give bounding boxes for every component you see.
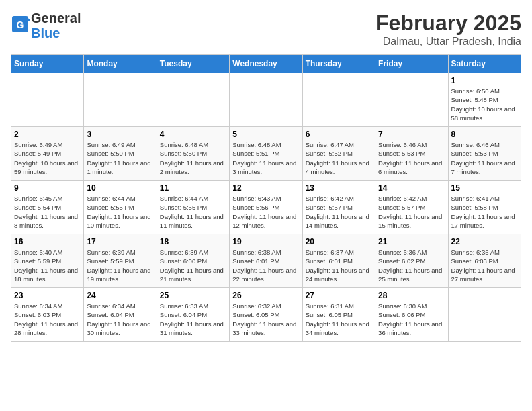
day-number: 4	[160, 130, 226, 139]
logo-blue: Blue	[31, 26, 60, 40]
day-number: 14	[378, 183, 445, 193]
day-number: 23	[14, 291, 81, 300]
day-info: Sunrise: 6:48 AM Sunset: 5:50 PM Dayligh…	[160, 140, 226, 176]
calendar-week-row: 23Sunrise: 6:34 AM Sunset: 6:03 PM Dayli…	[11, 288, 521, 342]
day-number: 7	[378, 130, 445, 139]
day-number: 3	[87, 130, 153, 139]
day-info: Sunrise: 6:42 AM Sunset: 5:57 PM Dayligh…	[378, 194, 445, 230]
calendar-cell: 2Sunrise: 6:49 AM Sunset: 5:49 PM Daylig…	[11, 127, 84, 181]
day-info: Sunrise: 6:39 AM Sunset: 5:59 PM Dayligh…	[87, 248, 153, 283]
calendar-cell: 4Sunrise: 6:48 AM Sunset: 5:50 PM Daylig…	[157, 127, 229, 181]
calendar-cell: 15Sunrise: 6:41 AM Sunset: 5:58 PM Dayli…	[448, 181, 521, 234]
calendar-cell: 7Sunrise: 6:46 AM Sunset: 5:53 PM Daylig…	[375, 127, 448, 181]
day-number: 26	[232, 291, 299, 300]
day-number: 17	[87, 237, 153, 246]
day-info: Sunrise: 6:35 AM Sunset: 6:03 PM Dayligh…	[451, 248, 518, 283]
calendar-cell: 16Sunrise: 6:40 AM Sunset: 5:59 PM Dayli…	[11, 234, 84, 288]
weekday-header: Sunday	[11, 55, 84, 73]
day-number: 16	[14, 237, 81, 246]
day-number: 20	[306, 237, 372, 246]
day-info: Sunrise: 6:46 AM Sunset: 5:53 PM Dayligh…	[451, 140, 518, 176]
day-info: Sunrise: 6:44 AM Sunset: 5:55 PM Dayligh…	[160, 194, 226, 230]
calendar-cell: 12Sunrise: 6:43 AM Sunset: 5:56 PM Dayli…	[230, 181, 302, 234]
logo-general: General	[31, 11, 81, 26]
calendar-cell: 20Sunrise: 6:37 AM Sunset: 6:01 PM Dayli…	[302, 234, 375, 288]
calendar-week-row: 1Sunrise: 6:50 AM Sunset: 5:48 PM Daylig…	[11, 73, 521, 127]
calendar-cell	[157, 73, 229, 127]
day-number: 27	[306, 291, 372, 300]
day-number: 25	[160, 291, 226, 300]
day-info: Sunrise: 6:39 AM Sunset: 6:00 PM Dayligh…	[160, 248, 226, 283]
day-info: Sunrise: 6:43 AM Sunset: 5:56 PM Dayligh…	[232, 194, 299, 230]
header: G General Blue February 2025 Dalmau, Utt…	[11, 11, 521, 48]
calendar-cell	[448, 288, 521, 342]
calendar-cell: 23Sunrise: 6:34 AM Sunset: 6:03 PM Dayli…	[11, 288, 84, 342]
day-info: Sunrise: 6:46 AM Sunset: 5:53 PM Dayligh…	[378, 140, 445, 176]
day-info: Sunrise: 6:38 AM Sunset: 6:01 PM Dayligh…	[232, 248, 299, 283]
month-title: February 2025	[375, 11, 521, 36]
location-title: Dalmau, Uttar Pradesh, India	[375, 36, 521, 48]
calendar-table: SundayMondayTuesdayWednesdayThursdayFrid…	[11, 54, 521, 342]
day-info: Sunrise: 6:40 AM Sunset: 5:59 PM Dayligh…	[14, 248, 81, 283]
day-info: Sunrise: 6:32 AM Sunset: 6:05 PM Dayligh…	[232, 302, 299, 337]
day-number: 24	[87, 291, 153, 300]
calendar-cell: 24Sunrise: 6:34 AM Sunset: 6:04 PM Dayli…	[84, 288, 157, 342]
day-number: 10	[87, 183, 153, 193]
day-info: Sunrise: 6:42 AM Sunset: 5:57 PM Dayligh…	[306, 194, 372, 230]
weekday-header: Friday	[375, 55, 448, 73]
day-info: Sunrise: 6:34 AM Sunset: 6:03 PM Dayligh…	[14, 302, 81, 337]
day-info: Sunrise: 6:41 AM Sunset: 5:58 PM Dayligh…	[451, 194, 518, 230]
day-number: 19	[232, 237, 299, 246]
day-info: Sunrise: 6:50 AM Sunset: 5:48 PM Dayligh…	[451, 87, 518, 122]
day-info: Sunrise: 6:30 AM Sunset: 6:06 PM Dayligh…	[378, 302, 445, 337]
calendar-cell	[11, 73, 84, 127]
calendar-cell: 6Sunrise: 6:47 AM Sunset: 5:52 PM Daylig…	[302, 127, 375, 181]
day-number: 9	[14, 183, 81, 193]
calendar-cell: 18Sunrise: 6:39 AM Sunset: 6:00 PM Dayli…	[157, 234, 229, 288]
weekday-header: Tuesday	[157, 55, 229, 73]
calendar-cell: 9Sunrise: 6:45 AM Sunset: 5:54 PM Daylig…	[11, 181, 84, 234]
calendar-week-row: 2Sunrise: 6:49 AM Sunset: 5:49 PM Daylig…	[11, 127, 521, 181]
calendar-cell: 5Sunrise: 6:48 AM Sunset: 5:51 PM Daylig…	[230, 127, 302, 181]
logo-icon: G	[11, 15, 30, 36]
day-info: Sunrise: 6:34 AM Sunset: 6:04 PM Dayligh…	[87, 302, 153, 337]
day-info: Sunrise: 6:45 AM Sunset: 5:54 PM Dayligh…	[14, 194, 81, 230]
calendar-week-row: 16Sunrise: 6:40 AM Sunset: 5:59 PM Dayli…	[11, 234, 521, 288]
day-number: 5	[232, 130, 299, 139]
calendar-header-row: SundayMondayTuesdayWednesdayThursdayFrid…	[11, 55, 521, 73]
title-area: February 2025 Dalmau, Uttar Pradesh, Ind…	[375, 11, 521, 48]
day-info: Sunrise: 6:48 AM Sunset: 5:51 PM Dayligh…	[232, 140, 299, 176]
weekday-header: Thursday	[302, 55, 375, 73]
day-number: 2	[14, 130, 81, 139]
calendar-cell: 13Sunrise: 6:42 AM Sunset: 5:57 PM Dayli…	[302, 181, 375, 234]
calendar-cell: 21Sunrise: 6:36 AM Sunset: 6:02 PM Dayli…	[375, 234, 448, 288]
day-info: Sunrise: 6:36 AM Sunset: 6:02 PM Dayligh…	[378, 248, 445, 283]
calendar-cell: 22Sunrise: 6:35 AM Sunset: 6:03 PM Dayli…	[448, 234, 521, 288]
day-info: Sunrise: 6:37 AM Sunset: 6:01 PM Dayligh…	[306, 248, 372, 283]
calendar-cell: 25Sunrise: 6:33 AM Sunset: 6:04 PM Dayli…	[157, 288, 229, 342]
day-info: Sunrise: 6:44 AM Sunset: 5:55 PM Dayligh…	[87, 194, 153, 230]
day-number: 6	[306, 130, 372, 139]
day-number: 22	[451, 237, 518, 246]
calendar-cell: 27Sunrise: 6:31 AM Sunset: 6:05 PM Dayli…	[302, 288, 375, 342]
day-info: Sunrise: 6:33 AM Sunset: 6:04 PM Dayligh…	[160, 302, 226, 337]
calendar-body: 1Sunrise: 6:50 AM Sunset: 5:48 PM Daylig…	[11, 73, 521, 342]
day-number: 21	[378, 237, 445, 246]
day-number: 28	[378, 291, 445, 300]
day-info: Sunrise: 6:49 AM Sunset: 5:49 PM Dayligh…	[14, 140, 81, 176]
calendar-cell: 11Sunrise: 6:44 AM Sunset: 5:55 PM Dayli…	[157, 181, 229, 234]
day-info: Sunrise: 6:47 AM Sunset: 5:52 PM Dayligh…	[306, 140, 372, 176]
day-number: 13	[306, 183, 372, 193]
weekday-header: Wednesday	[230, 55, 302, 73]
day-number: 11	[160, 183, 226, 193]
day-number: 1	[451, 76, 518, 85]
calendar-cell: 14Sunrise: 6:42 AM Sunset: 5:57 PM Dayli…	[375, 181, 448, 234]
calendar-cell: 8Sunrise: 6:46 AM Sunset: 5:53 PM Daylig…	[448, 127, 521, 181]
calendar-cell: 19Sunrise: 6:38 AM Sunset: 6:01 PM Dayli…	[230, 234, 302, 288]
weekday-header: Monday	[84, 55, 157, 73]
logo: G General Blue	[11, 11, 81, 40]
calendar-cell	[375, 73, 448, 127]
calendar-cell: 3Sunrise: 6:49 AM Sunset: 5:50 PM Daylig…	[84, 127, 157, 181]
calendar-cell: 28Sunrise: 6:30 AM Sunset: 6:06 PM Dayli…	[375, 288, 448, 342]
day-info: Sunrise: 6:49 AM Sunset: 5:50 PM Dayligh…	[87, 140, 153, 176]
